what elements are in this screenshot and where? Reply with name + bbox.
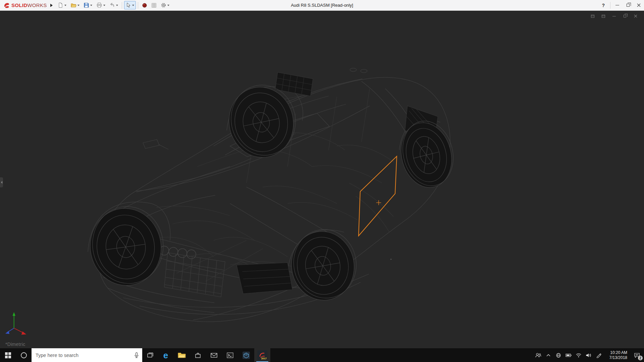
store-bag-icon [195, 352, 201, 359]
pen-button[interactable] [594, 348, 604, 362]
wifi-button[interactable] [574, 348, 584, 362]
doc-restore-icon [624, 15, 626, 17]
mail-envelope-icon [210, 352, 218, 358]
toolbar-separator [138, 2, 138, 9]
brand-text: SOLIDWORKS [11, 2, 47, 8]
settings-gear-icon [161, 2, 166, 8]
rebuild-sphere-icon [142, 3, 147, 8]
pane-icon [602, 15, 605, 18]
document-window-controls [589, 13, 639, 19]
toolbar-separator [122, 2, 122, 9]
open-document-button[interactable] [69, 1, 81, 9]
people-button[interactable] [533, 348, 543, 362]
taskbar-app-mail[interactable] [206, 348, 222, 362]
wheel-front-right [286, 225, 362, 305]
chevron-up-icon [546, 354, 550, 357]
clock[interactable]: 10:20 AM 7/13/2018 [604, 348, 630, 362]
save-floppy-icon [84, 2, 89, 8]
select-dropdown-icon[interactable] [132, 5, 134, 6]
task-view-icon [147, 352, 153, 358]
file-properties-button[interactable] [150, 1, 158, 9]
globe-network-icon [556, 353, 561, 358]
volume-button[interactable] [584, 348, 594, 362]
help-button[interactable]: ? [598, 3, 609, 8]
menu-expand-arrow-icon[interactable] [50, 4, 53, 7]
print-dropdown-icon[interactable] [103, 5, 105, 6]
action-center-button[interactable]: 2 [630, 348, 644, 362]
file-explorer-icon [178, 352, 186, 359]
table-grid-icon [151, 3, 157, 8]
undo-button[interactable] [108, 1, 120, 9]
wireframe-grille [164, 253, 225, 297]
select-tool-button[interactable] [124, 1, 136, 9]
doc-pane-button-2[interactable] [600, 13, 607, 19]
solidworks-logo: SOLIDWORKS [0, 2, 49, 9]
doc-close-button[interactable] [632, 13, 639, 19]
taskbar-app-3d-viewer[interactable] [238, 348, 254, 362]
rebuild-button[interactable] [140, 1, 149, 9]
minimize-icon [615, 5, 619, 5]
restore-icon [627, 4, 630, 7]
printer-icon [96, 2, 102, 8]
taskbar-app-store[interactable] [190, 348, 206, 362]
tray-overflow-button[interactable] [543, 348, 553, 362]
open-folder-icon [70, 2, 76, 8]
graphics-viewport[interactable]: *Dimetric [0, 11, 644, 348]
doc-minimize-icon [612, 16, 616, 16]
quick-access-toolbar [56, 1, 171, 9]
minimize-button[interactable] [612, 0, 623, 10]
close-icon [637, 3, 641, 7]
undo-arrow-icon [109, 2, 115, 8]
start-button[interactable] [0, 348, 16, 362]
doc-pane-button[interactable] [589, 13, 596, 19]
wireframe-car-scene [0, 11, 644, 348]
undo-dropdown-icon[interactable] [116, 5, 118, 6]
wifi-icon [576, 353, 582, 358]
edge-icon: e [163, 351, 168, 360]
command-prompt-icon [226, 352, 234, 359]
toolbar-separator [610, 2, 610, 9]
battery-button[interactable] [564, 348, 574, 362]
cortana-button[interactable] [16, 348, 32, 362]
save-button[interactable] [82, 1, 94, 9]
taskbar-app-solidworks[interactable]: 2017 [254, 348, 270, 362]
restore-button[interactable] [623, 0, 633, 10]
new-document-dropdown-icon[interactable] [64, 5, 66, 6]
taskbar-app-command-prompt[interactable] [222, 348, 238, 362]
doc-minimize-button[interactable] [610, 13, 618, 19]
doc-restore-button[interactable] [621, 13, 629, 19]
solidworks-app-icon: 2017 [257, 350, 267, 360]
search-input[interactable] [36, 353, 131, 358]
brand-solid: SOLID [11, 2, 27, 8]
system-tray: 10:20 AM 7/13/2018 2 [533, 348, 644, 362]
options-button[interactable] [159, 1, 171, 9]
brand-works: WORKS [27, 2, 47, 8]
new-document-button[interactable] [56, 1, 68, 9]
clock-time: 10:20 AM [610, 350, 627, 355]
select-cursor-icon [126, 2, 131, 8]
print-button[interactable] [95, 1, 107, 9]
close-button[interactable] [633, 0, 644, 10]
wheel-rear-right [394, 116, 460, 193]
panel-collapse-tab[interactable] [0, 177, 3, 187]
network-button[interactable] [553, 348, 564, 362]
cortana-ring-icon [20, 352, 28, 359]
notification-badge: 2 [638, 356, 643, 360]
options-dropdown-icon[interactable] [167, 5, 169, 6]
doc-close-icon [634, 14, 637, 18]
open-dropdown-icon[interactable] [77, 5, 79, 6]
selection-highlight[interactable] [359, 156, 397, 236]
battery-icon [566, 353, 572, 357]
save-dropdown-icon[interactable] [90, 5, 92, 6]
taskbar-app-file-explorer[interactable] [174, 348, 190, 362]
task-view-button[interactable] [142, 348, 158, 362]
window-title: Audi R8 S.SLDASM [Read-only] [291, 3, 353, 8]
windows-taskbar: e [0, 348, 644, 362]
taskbar-search[interactable] [32, 348, 142, 362]
audi-rings [160, 246, 196, 259]
solidworks-logo-icon [3, 2, 10, 9]
people-icon [535, 353, 542, 358]
taskbar-app-edge[interactable]: e [158, 348, 174, 362]
solidworks-year-badge: 2017 [261, 357, 267, 360]
microphone-icon[interactable] [134, 352, 139, 358]
